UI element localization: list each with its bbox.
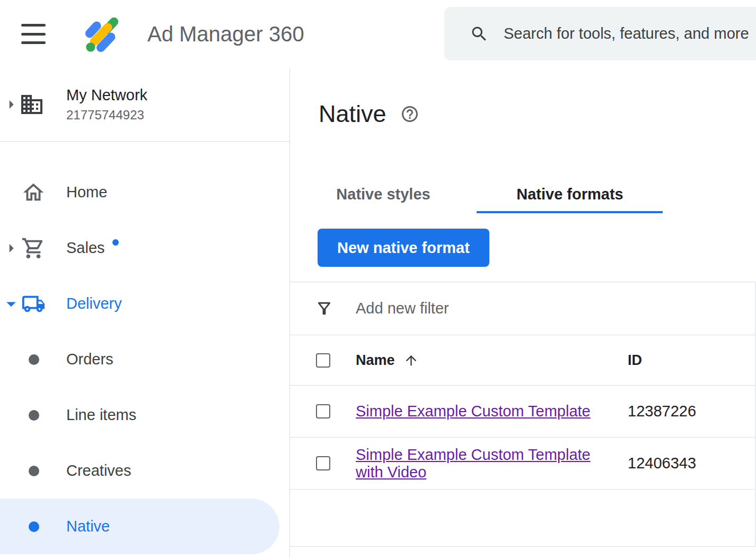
sidebar-item-delivery[interactable]: Delivery — [0, 276, 289, 332]
network-info: My Network 21775744923 — [66, 86, 289, 123]
sidebar-item-label: Orders — [66, 351, 113, 368]
truck-icon — [21, 292, 46, 316]
sidebar-item-label: Home — [66, 184, 107, 201]
building-icon — [19, 92, 45, 117]
table-header-row: Name ID — [290, 335, 755, 386]
add-filter-label: Add new filter — [356, 300, 449, 317]
expand-right-icon[interactable] — [1, 94, 21, 115]
main-content: Native Native styles Native formats New … — [290, 68, 756, 558]
sidebar-item-label: Native — [66, 518, 110, 535]
bullet-icon — [29, 354, 39, 365]
sidebar-item-label: Creatives — [66, 462, 131, 479]
native-format-link[interactable]: Simple Example Custom Template with Vide… — [356, 446, 604, 481]
row-checkbox[interactable] — [316, 404, 330, 419]
sidebar-item-label: Delivery — [66, 295, 122, 312]
search-icon — [470, 24, 489, 43]
tab-native-styles[interactable]: Native styles — [290, 175, 477, 213]
bullet-icon — [29, 466, 39, 476]
tab-native-formats[interactable]: Native formats — [477, 175, 663, 213]
new-native-format-button[interactable]: New native format — [318, 229, 489, 267]
page-title-row: Native — [319, 100, 756, 128]
top-bar: Ad Manager 360 — [0, 0, 756, 68]
tab-bar: Native styles Native formats — [290, 175, 756, 213]
sidebar-item-orders[interactable]: Orders — [0, 332, 289, 387]
notification-dot — [112, 239, 119, 246]
sidebar-nav: Home Sales — [0, 142, 289, 554]
table-row: Simple Example Custom Template 12387226 — [290, 386, 755, 438]
filter-funnel-icon — [315, 299, 333, 318]
product-name: Ad Manager 360 — [147, 22, 304, 46]
network-id: 21775744923 — [66, 108, 289, 123]
add-filter-row[interactable]: Add new filter — [290, 282, 755, 335]
home-icon — [21, 180, 46, 205]
search-input[interactable] — [504, 25, 756, 42]
select-all-checkbox[interactable] — [316, 353, 330, 368]
ad-manager-app: Ad Manager 360 My Network 21775744923 — [0, 0, 756, 558]
table-empty-row — [290, 490, 755, 547]
search-bar[interactable] — [444, 7, 756, 60]
help-icon[interactable] — [400, 104, 419, 124]
sidebar-item-line-items[interactable]: Line items — [0, 387, 289, 443]
sort-up-icon[interactable] — [403, 353, 419, 368]
table-row: Simple Example Custom Template with Vide… — [290, 438, 755, 490]
sidebar-item-sales[interactable]: Sales — [0, 220, 289, 276]
row-checkbox[interactable] — [316, 456, 330, 470]
bullet-icon — [29, 521, 39, 532]
page-title: Native — [319, 100, 386, 128]
home-logo-link[interactable]: Ad Manager 360 — [77, 10, 304, 58]
network-selector[interactable]: My Network 21775744923 — [0, 68, 289, 142]
network-name: My Network — [66, 86, 289, 104]
shopping-cart-icon — [21, 236, 46, 260]
sidebar-item-label: Line items — [66, 406, 136, 424]
sidebar-item-home[interactable]: Home — [0, 164, 289, 220]
column-header-id: ID — [628, 352, 755, 369]
sidebar-item-creatives[interactable]: Creatives — [0, 443, 289, 499]
expand-right-icon[interactable] — [1, 238, 21, 258]
hamburger-menu-icon[interactable] — [21, 24, 46, 44]
native-format-id: 12387226 — [628, 403, 755, 420]
bullet-icon — [29, 410, 39, 421]
native-format-link[interactable]: Simple Example Custom Template — [356, 403, 591, 420]
column-header-name[interactable]: Name — [356, 352, 628, 369]
sidebar-item-label: Sales — [66, 239, 105, 257]
collapse-down-icon[interactable] — [0, 293, 22, 315]
ad-manager-logo-icon — [77, 10, 126, 58]
sidebar: My Network 21775744923 Home — [0, 68, 290, 558]
native-formats-table: Add new filter Name ID Simple Example Cu… — [290, 282, 756, 547]
sidebar-item-native[interactable]: Native — [0, 499, 279, 554]
native-format-id: 12406343 — [628, 455, 755, 472]
